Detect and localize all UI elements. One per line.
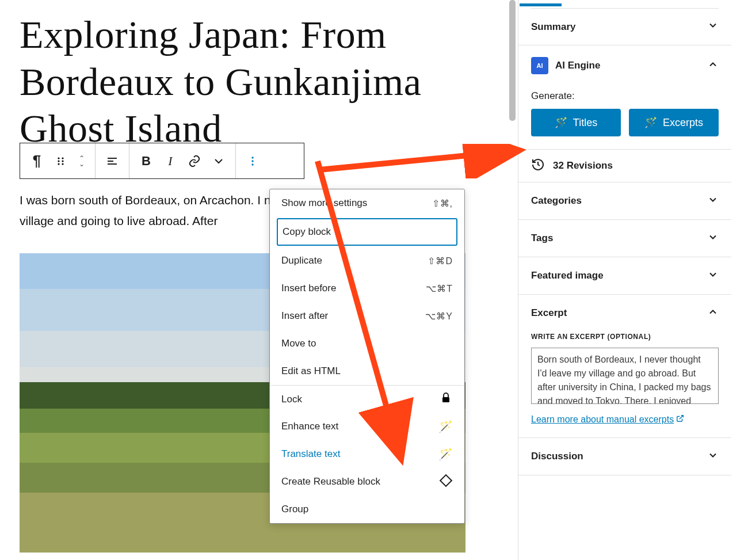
svg-rect-12 <box>442 397 449 402</box>
panel-title: Tags <box>531 233 553 244</box>
excerpt-panel-header[interactable]: Excerpt <box>531 295 719 332</box>
history-icon <box>531 158 545 174</box>
paragraph-icon[interactable]: ¶ <box>25 144 49 178</box>
external-icon <box>676 414 684 425</box>
chevron-up-icon <box>707 306 719 321</box>
link-button[interactable] <box>182 144 207 178</box>
panel-title: Discussion <box>531 451 583 462</box>
excerpt-textarea[interactable] <box>531 348 719 404</box>
button-label: Titles <box>573 117 597 129</box>
wand-icon: 🪄 <box>555 116 567 129</box>
menu-group[interactable]: Group <box>270 496 464 523</box>
link-label: Learn more about manual excerpts <box>531 414 674 425</box>
chevron-up-icon <box>707 59 719 73</box>
lock-icon <box>439 391 453 407</box>
svg-line-14 <box>680 416 683 419</box>
button-label: Excerpts <box>663 117 703 129</box>
svg-point-1 <box>58 160 59 162</box>
annotation-arrow <box>311 155 414 466</box>
settings-sidebar: Summary AI AI Engine Generate: 🪄 Titles … <box>518 0 731 560</box>
generate-titles-button[interactable]: 🪄 Titles <box>531 109 621 136</box>
menu-shortcut: ⇧⌘, <box>432 198 453 209</box>
menu-shortcut: ⇧⌘D <box>428 256 453 266</box>
chevron-down-icon[interactable]: ⌄ <box>79 161 85 167</box>
svg-point-0 <box>58 157 59 159</box>
menu-label: Group <box>281 504 308 515</box>
categories-panel-header[interactable]: Categories <box>531 182 719 219</box>
generate-excerpts-button[interactable]: 🪄 Excerpts <box>629 109 719 136</box>
svg-rect-13 <box>440 475 452 486</box>
panel-title: Categories <box>531 195 582 207</box>
wand-icon: 🪄 <box>644 116 657 129</box>
ai-engine-icon: AI <box>531 57 548 74</box>
discussion-panel-header[interactable]: Discussion <box>531 438 719 475</box>
chevron-down-icon <box>707 20 719 34</box>
summary-panel-header[interactable]: Summary <box>531 8 719 45</box>
svg-point-10 <box>251 160 253 162</box>
scrollbar[interactable] <box>509 0 516 121</box>
reusable-icon <box>439 474 453 490</box>
wand-icon: 🪄 <box>438 420 453 433</box>
chevron-down-icon <box>707 231 719 246</box>
panel-title: AI Engine <box>555 60 600 71</box>
ai-engine-panel-header[interactable]: AI AI Engine <box>531 45 719 80</box>
panel-title: Summary <box>531 21 575 33</box>
move-up-down[interactable]: ⌃ ⌄ <box>73 144 90 178</box>
generate-label: Generate: <box>531 80 719 109</box>
menu-shortcut: ⌥⌘T <box>426 283 453 294</box>
chevron-down-icon <box>707 449 719 464</box>
featured-image-panel-header[interactable]: Featured image <box>531 257 719 294</box>
more-rich-text-icon[interactable] <box>207 144 231 178</box>
drag-handle-icon[interactable] <box>49 144 73 178</box>
svg-point-5 <box>62 163 63 165</box>
menu-shortcut: ⌥⌘Y <box>425 311 453 322</box>
revisions-label: 32 Revisions <box>553 160 613 172</box>
block-toolbar: ¶ ⌃ ⌄ B I <box>20 143 304 179</box>
align-icon[interactable] <box>100 144 124 178</box>
svg-point-11 <box>251 163 253 165</box>
panel-title: Featured image <box>531 270 604 281</box>
italic-button[interactable]: I <box>158 144 182 178</box>
svg-point-2 <box>58 163 59 165</box>
active-tab-indicator <box>520 3 562 6</box>
svg-point-3 <box>62 157 63 159</box>
excerpt-caption: WRITE AN EXCERPT (OPTIONAL) <box>531 332 719 348</box>
menu-label: Create Reusable block <box>281 476 380 487</box>
menu-label: Lock <box>281 394 302 405</box>
svg-line-18 <box>318 161 400 455</box>
chevron-down-icon <box>707 269 719 283</box>
revisions-link[interactable]: 32 Revisions <box>531 150 719 182</box>
wand-icon: 🪄 <box>438 447 453 461</box>
svg-point-9 <box>251 157 253 158</box>
tags-panel-header[interactable]: Tags <box>531 220 719 257</box>
chevron-down-icon <box>707 194 719 208</box>
options-button[interactable] <box>241 144 265 178</box>
manual-excerpts-link[interactable]: Learn more about manual excerpts <box>531 406 684 425</box>
panel-title: Excerpt <box>531 307 567 319</box>
menu-create-reusable[interactable]: Create Reusable block <box>270 468 464 496</box>
svg-point-4 <box>62 160 63 162</box>
post-title[interactable]: Exploring Japan: From Bordeaux to Gunkan… <box>20 12 480 153</box>
bold-button[interactable]: B <box>134 144 158 178</box>
